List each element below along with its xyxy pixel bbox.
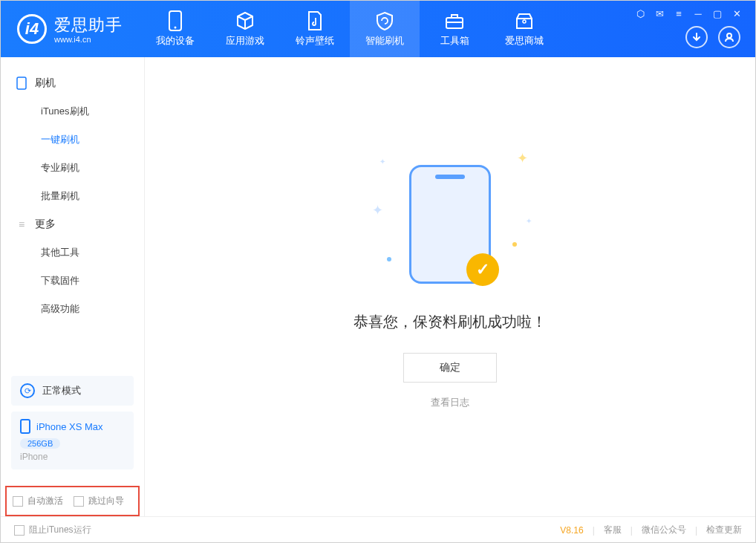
checkbox-icon [74, 496, 84, 507]
toolbox-icon [444, 10, 465, 31]
tab-ringtone-wallpaper[interactable]: 铃声壁纸 [280, 1, 350, 57]
footer: 阻止iTunes运行 V8.16 | 客服 | 微信公众号 | 检查更新 [1, 516, 755, 543]
auto-activate-checkbox[interactable]: 自动激活 [13, 495, 63, 507]
device-card[interactable]: iPhone XS Max 256GB iPhone [11, 412, 134, 469]
option-label: 跳过向导 [88, 495, 124, 506]
tab-apps-games[interactable]: 应用游戏 [210, 1, 280, 57]
mode-label: 正常模式 [42, 384, 81, 397]
sparkle-icon: ✦ [372, 202, 383, 218]
tab-toolbox[interactable]: 工具箱 [420, 1, 489, 57]
main-tabs: 我的设备 应用游戏 铃声壁纸 智能刷机 工具箱 爱思商城 [140, 1, 559, 57]
view-log-link[interactable]: 查看日志 [431, 396, 469, 409]
phone-mini-icon [20, 419, 30, 434]
separator: | [593, 525, 595, 536]
device-name: iPhone XS Max [36, 421, 103, 432]
tab-label: 应用游戏 [226, 34, 264, 48]
tab-label: 工具箱 [440, 34, 469, 48]
device-capacity: 256GB [20, 438, 60, 449]
success-message: 恭喜您，保资料刷机成功啦！ [353, 312, 547, 332]
shirt-icon[interactable]: ⬡ [633, 7, 647, 20]
checkbox-icon [13, 496, 23, 507]
ok-button[interactable]: 确定 [403, 353, 497, 383]
tab-label: 爱思商城 [505, 34, 544, 48]
device-type: iPhone [20, 452, 125, 462]
main-content: ✓ ✦ ✦ ✦ ✦ 恭喜您，保资料刷机成功啦！ 确定 查看日志 [145, 57, 755, 516]
svg-point-5 [727, 33, 731, 38]
logo: i4 爱思助手 www.i4.cn [1, 1, 140, 57]
window-controls: ⬡ ✉ ≡ ─ ▢ ✕ [633, 7, 743, 20]
device-name-row: iPhone XS Max [20, 419, 125, 434]
header: i4 爱思助手 www.i4.cn 我的设备 应用游戏 铃声壁纸 智能刷机 工具… [1, 1, 755, 57]
dot-icon [512, 242, 517, 247]
group-label: 更多 [35, 218, 56, 231]
maximize-button[interactable]: ▢ [711, 7, 724, 20]
phone-illustration: ✓ [409, 165, 491, 284]
sparkle-icon: ✦ [526, 217, 532, 225]
success-graphic: ✓ ✦ ✦ ✦ ✦ [409, 165, 491, 284]
tab-label: 智能刷机 [365, 34, 404, 48]
separator: | [695, 525, 697, 536]
sidebar-item-other-tools[interactable]: 其他工具 [1, 238, 144, 267]
store-icon [514, 10, 535, 31]
cube-icon [235, 10, 255, 31]
block-itunes-label: 阻止iTunes运行 [29, 524, 91, 535]
sidebar-item-download-firmware[interactable]: 下载固件 [1, 267, 144, 295]
download-icon[interactable] [685, 26, 708, 48]
logo-icon: i4 [17, 14, 47, 44]
tab-label: 我的设备 [156, 34, 195, 48]
options-box: 自动激活 跳过向导 [5, 486, 140, 516]
sidebar-item-batch-flash[interactable]: 批量刷机 [1, 182, 144, 210]
sidebar-group-more: ≡ 更多 [1, 210, 144, 238]
refresh-shield-icon [374, 10, 395, 31]
update-link[interactable]: 检查更新 [706, 524, 742, 536]
app-name-cn: 爱思助手 [54, 14, 123, 36]
header-action-icons [685, 26, 740, 48]
separator: | [630, 525, 633, 536]
device-icon [16, 77, 27, 89]
tab-my-device[interactable]: 我的设备 [140, 1, 210, 57]
sidebar-item-advanced[interactable]: 高级功能 [1, 295, 144, 323]
phone-icon [165, 10, 186, 31]
body: 刷机 iTunes刷机 一键刷机 专业刷机 批量刷机 ≡ 更多 其他工具 下载固… [1, 57, 755, 516]
group-label: 刷机 [35, 77, 56, 90]
close-button[interactable]: ✕ [730, 7, 743, 20]
sidebar-item-oneclick-flash[interactable]: 一键刷机 [1, 126, 144, 154]
sparkle-icon: ✦ [379, 157, 385, 166]
tab-smart-flash[interactable]: 智能刷机 [350, 1, 420, 57]
sparkle-icon: ✦ [517, 150, 528, 166]
sidebar: 刷机 iTunes刷机 一键刷机 专业刷机 批量刷机 ≡ 更多 其他工具 下载固… [1, 57, 145, 516]
wechat-link[interactable]: 微信公众号 [642, 524, 686, 536]
list-icon: ≡ [16, 218, 27, 230]
support-link[interactable]: 客服 [604, 524, 622, 536]
mode-card[interactable]: ⟳ 正常模式 [11, 376, 134, 406]
tab-store[interactable]: 爱思商城 [489, 1, 559, 57]
music-file-icon [304, 10, 325, 31]
footer-left: 阻止iTunes运行 [14, 524, 91, 536]
option-label: 自动激活 [27, 495, 63, 506]
footer-right: V8.16 | 客服 | 微信公众号 | 检查更新 [560, 524, 742, 536]
sidebar-group-flash: 刷机 [1, 69, 144, 97]
block-itunes-checkbox[interactable]: 阻止iTunes运行 [14, 524, 91, 536]
mode-icon: ⟳ [20, 383, 35, 398]
app-name-en: www.i4.cn [54, 35, 123, 44]
checkbox-icon [14, 525, 25, 536]
skip-guide-checkbox[interactable]: 跳过向导 [74, 495, 124, 507]
tab-label: 铃声壁纸 [296, 34, 334, 48]
menu-icon[interactable]: ≡ [672, 7, 685, 20]
svg-point-4 [523, 20, 526, 23]
version-label: V8.16 [560, 525, 583, 536]
svg-rect-6 [17, 77, 26, 89]
feedback-icon[interactable]: ✉ [653, 7, 666, 20]
sidebar-item-pro-flash[interactable]: 专业刷机 [1, 154, 144, 182]
minimize-button[interactable]: ─ [691, 7, 705, 20]
check-badge-icon: ✓ [466, 253, 499, 286]
svg-point-1 [175, 27, 177, 29]
user-icon[interactable] [718, 26, 740, 48]
sidebar-item-itunes-flash[interactable]: iTunes刷机 [1, 97, 144, 126]
dot-icon [387, 257, 391, 261]
